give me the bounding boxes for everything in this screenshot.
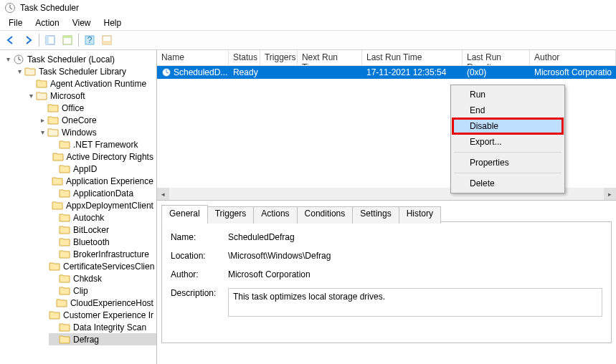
tree-item[interactable]: Defrag [49,333,156,345]
folder-open-icon [36,91,47,100]
folder-icon [52,152,64,161]
menu-bar: File Action View Help [0,16,616,30]
col-triggers[interactable]: Triggers [260,50,298,65]
tree-item[interactable]: CertificateServicesClien [49,260,156,272]
tree-label: BitLocker [73,225,109,235]
folder-icon [59,322,70,332]
folder-icon [49,262,60,271]
col-status[interactable]: Status [229,50,260,65]
tree-item[interactable]: Application Experience [49,175,156,187]
tree-item[interactable]: Bluetooth [49,236,156,248]
detail-description-label: Description: [171,288,228,298]
detail-name-label: Name: [171,232,228,242]
tab-actions[interactable]: Actions [253,206,297,224]
folder-open-icon [24,67,36,76]
tab-triggers[interactable]: Triggers [207,206,255,224]
tree-label: Application Experience [66,176,153,186]
ctx-run[interactable]: Run [452,87,563,102]
scroll-right-icon[interactable]: ▸ [604,188,616,200]
scroll-left-icon[interactable]: ◂ [157,188,169,200]
detail-location-label: Location: [171,251,228,261]
folder-icon [49,310,60,320]
tab-body: Name: ScheduledDefrag Location: \Microso… [161,221,612,343]
cell-next [298,72,362,73]
tree-item[interactable]: Clip [49,284,156,297]
tree-item[interactable]: Customer Experience Ir [49,309,156,321]
tree-label: Data Integrity Scan [73,322,146,332]
ctx-end[interactable]: End [452,102,563,118]
ctx-export[interactable]: Export... [452,134,563,150]
tree-item[interactable]: AppID [49,163,156,175]
tab-settings[interactable]: Settings [352,206,399,224]
menu-help[interactable]: Help [98,16,128,29]
tree-item[interactable]: AppxDeploymentClient [49,199,156,211]
expand-icon[interactable]: ▾ [14,67,24,75]
tree-label: ApplicationData [73,188,133,198]
tree-item[interactable]: Data Integrity Scan [49,321,156,333]
col-name[interactable]: Name [157,50,229,65]
expand-icon[interactable]: ▸ [37,116,47,124]
tree-item[interactable]: Office [37,102,156,114]
help-button[interactable]: ? [82,32,98,48]
task-icon [161,67,171,77]
expand-icon[interactable]: ▾ [37,128,47,136]
folder-icon [59,188,70,198]
ctx-disable[interactable]: Disable [452,118,563,134]
refresh-button[interactable] [99,32,115,48]
col-author[interactable]: Author [530,50,616,65]
col-last[interactable]: Last Run Time [362,50,463,65]
tree-label: OneCore [62,115,97,125]
context-menu: Run End Disable Export... Properties Del… [450,85,565,193]
tree-label: Agent Activation Runtime [50,79,146,89]
tab-conditions[interactable]: Conditions [297,206,354,224]
tree-item[interactable]: ▸OneCore [37,114,156,126]
menu-view[interactable]: View [67,16,97,29]
detail-author-label: Author: [171,269,228,279]
tree-item[interactable]: ApplicationData [49,187,156,199]
tree-label: Customer Experience Ir [63,310,153,320]
back-button[interactable] [3,32,19,48]
tree-microsoft[interactable]: ▾Microsoft [26,90,156,102]
action-pane-button[interactable] [42,32,58,48]
tree-library[interactable]: ▾ Task Scheduler Library [14,65,156,77]
toolbar: ? [0,30,616,50]
toolbar-separator [78,34,79,47]
tree-item[interactable]: BitLocker [49,224,156,236]
expand-icon[interactable]: ▾ [3,55,13,63]
task-row-selected[interactable]: ScheduledD... Ready 17-11-2021 12:35:54 … [157,66,616,79]
cell-name: ScheduledD... [174,67,227,77]
folder-icon [59,213,70,222]
ctx-properties[interactable]: Properties [452,155,563,171]
tree-label: Chkdsk [73,274,102,284]
tree-item[interactable]: Active Directory Rights [49,150,156,163]
tree-label: Windows [62,128,97,138]
nav-tree: ▾ Task Scheduler (Local) ▾ Task Schedule… [0,53,156,345]
tree-item[interactable]: Autochk [49,211,156,224]
tree-item[interactable]: BrokerInfrastructure [49,248,156,260]
tree-label: Microsoft [50,91,85,101]
col-result[interactable]: Last Run Result [463,50,530,65]
tree-windows[interactable]: ▾Windows [37,126,156,138]
tree-item[interactable]: CloudExperienceHost [49,297,156,309]
ctx-delete[interactable]: Delete [452,176,563,191]
tree-item[interactable]: .NET Framework [49,138,156,150]
svg-rect-10 [103,41,111,44]
properties-button[interactable] [60,32,75,48]
tree-label: Task Scheduler (Local) [27,54,115,64]
window-title: Task Scheduler [20,3,79,13]
folder-icon [36,79,47,88]
folder-icon [59,237,70,246]
tab-general[interactable]: General [161,205,208,222]
tree-item[interactable]: Agent Activation Runtime [26,77,156,90]
menu-action[interactable]: Action [29,16,65,29]
tree-item[interactable]: Chkdsk [49,272,156,284]
tab-history[interactable]: History [399,206,441,224]
expand-icon[interactable]: ▾ [26,92,36,100]
svg-rect-4 [46,36,49,44]
folder-icon [52,176,63,186]
col-next[interactable]: Next Run Time [298,50,362,65]
menu-file[interactable]: File [3,16,28,29]
ctx-separator [454,173,561,173]
forward-button[interactable] [20,32,36,48]
tree-root[interactable]: ▾ Task Scheduler (Local) [3,53,156,65]
